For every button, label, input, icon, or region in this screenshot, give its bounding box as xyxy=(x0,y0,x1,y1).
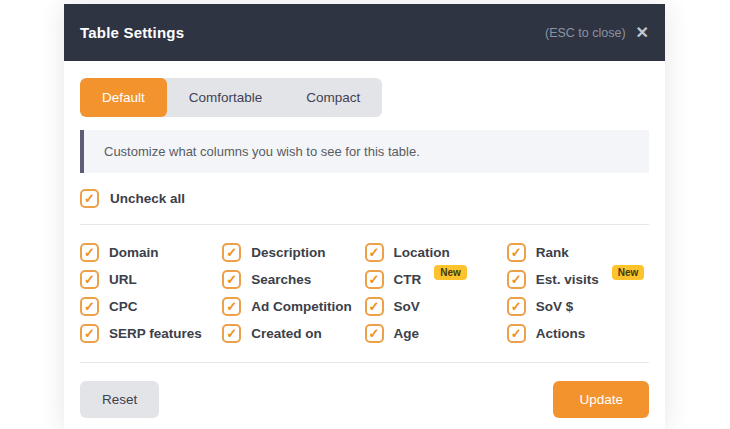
checkbox[interactable]: ✓ xyxy=(507,297,526,316)
checkbox-label: Ad Competition xyxy=(251,299,352,314)
checkbox-label: Location xyxy=(394,245,450,260)
column-checkbox-item[interactable]: ✓CTRNew xyxy=(365,269,507,289)
column-checkbox-item[interactable]: ✓Searches xyxy=(222,269,364,289)
checkmark-icon: ✓ xyxy=(226,272,237,285)
checkmark-icon: ✓ xyxy=(226,245,237,258)
checkbox-label: Age xyxy=(394,326,420,341)
checkmark-icon: ✓ xyxy=(511,245,522,258)
column-checkbox-item[interactable]: ✓CPC xyxy=(80,296,222,316)
checkbox[interactable]: ✓ xyxy=(507,270,526,289)
modal-header: Table Settings (ESC to close) ✕ xyxy=(64,4,665,61)
divider xyxy=(80,224,649,225)
column-checkbox-item[interactable]: ✓Est. visitsNew xyxy=(507,269,649,289)
reset-button[interactable]: Reset xyxy=(80,381,159,418)
uncheck-all-checkbox[interactable]: ✓ xyxy=(80,189,99,208)
checkbox[interactable]: ✓ xyxy=(222,297,241,316)
checkmark-icon: ✓ xyxy=(369,299,380,312)
column-checkbox-item[interactable]: ✓SERP features xyxy=(80,323,222,343)
uncheck-all-label: Uncheck all xyxy=(110,191,185,206)
checkmark-icon: ✓ xyxy=(84,326,95,339)
update-button[interactable]: Update xyxy=(553,381,649,418)
checkmark-icon: ✓ xyxy=(84,245,95,258)
checkmark-icon: ✓ xyxy=(511,272,522,285)
checkbox[interactable]: ✓ xyxy=(80,324,99,343)
column-checkbox-item[interactable]: ✓Rank xyxy=(507,242,649,262)
checkbox-label: SoV $ xyxy=(536,299,574,314)
checkbox[interactable]: ✓ xyxy=(507,243,526,262)
checkmark-icon: ✓ xyxy=(226,326,237,339)
column-checkbox-item[interactable]: ✓Created on xyxy=(222,323,364,343)
column-checkbox-item[interactable]: ✓Actions xyxy=(507,323,649,343)
new-badge: New xyxy=(612,265,645,280)
checkbox-label: SoV xyxy=(394,299,420,314)
checkmark-icon: ✓ xyxy=(511,326,522,339)
tab-comfortable[interactable]: Comfortable xyxy=(167,78,285,117)
column-checkbox-item[interactable]: ✓Description xyxy=(222,242,364,262)
checkbox[interactable]: ✓ xyxy=(80,270,99,289)
checkbox[interactable]: ✓ xyxy=(507,324,526,343)
checkmark-icon: ✓ xyxy=(84,192,95,205)
column-checkbox-item[interactable]: ✓SoV xyxy=(365,296,507,316)
uncheck-all-row[interactable]: ✓ Uncheck all xyxy=(80,189,649,208)
checkmark-icon: ✓ xyxy=(84,272,95,285)
checkmark-icon: ✓ xyxy=(511,299,522,312)
checkbox-label: Domain xyxy=(109,245,159,260)
table-settings-modal: Table Settings (ESC to close) ✕ DefaultC… xyxy=(64,4,665,429)
tab-compact[interactable]: Compact xyxy=(284,78,382,117)
new-badge: New xyxy=(434,265,467,280)
checkbox[interactable]: ✓ xyxy=(365,297,384,316)
modal-body: DefaultComfortableCompact Customize what… xyxy=(64,61,665,418)
columns-checkbox-grid: ✓Domain✓Description✓Location✓Rank✓URL✓Se… xyxy=(80,242,649,343)
checkbox[interactable]: ✓ xyxy=(222,270,241,289)
checkmark-icon: ✓ xyxy=(369,272,380,285)
column-checkbox-item[interactable]: ✓SoV $ xyxy=(507,296,649,316)
checkmark-icon: ✓ xyxy=(226,299,237,312)
header-right: (ESC to close) ✕ xyxy=(545,25,649,41)
checkbox[interactable]: ✓ xyxy=(80,297,99,316)
checkbox[interactable]: ✓ xyxy=(222,243,241,262)
checkbox-label: Actions xyxy=(536,326,586,341)
density-tab-group: DefaultComfortableCompact xyxy=(80,78,382,117)
checkbox[interactable]: ✓ xyxy=(365,243,384,262)
checkbox-label: Description xyxy=(251,245,325,260)
info-box: Customize what columns you wish to see f… xyxy=(80,130,649,173)
checkbox-label: Rank xyxy=(536,245,569,260)
column-checkbox-item[interactable]: ✓Age xyxy=(365,323,507,343)
close-icon[interactable]: ✕ xyxy=(636,25,649,41)
checkbox-label: URL xyxy=(109,272,137,287)
checkbox[interactable]: ✓ xyxy=(365,324,384,343)
tab-default[interactable]: Default xyxy=(80,78,167,117)
checkmark-icon: ✓ xyxy=(369,245,380,258)
checkbox[interactable]: ✓ xyxy=(222,324,241,343)
esc-hint: (ESC to close) xyxy=(545,26,626,40)
modal-title: Table Settings xyxy=(80,24,184,41)
column-checkbox-item[interactable]: ✓Domain xyxy=(80,242,222,262)
checkbox-label: CPC xyxy=(109,299,138,314)
column-checkbox-item[interactable]: ✓Ad Competition xyxy=(222,296,364,316)
column-checkbox-item[interactable]: ✓Location xyxy=(365,242,507,262)
checkbox[interactable]: ✓ xyxy=(80,243,99,262)
column-checkbox-item[interactable]: ✓URL xyxy=(80,269,222,289)
checkbox-label: Created on xyxy=(251,326,322,341)
checkbox-label: Est. visits xyxy=(536,272,599,287)
checkmark-icon: ✓ xyxy=(84,299,95,312)
modal-footer: Reset Update xyxy=(80,381,649,418)
checkmark-icon: ✓ xyxy=(369,326,380,339)
checkbox-label: CTR xyxy=(394,272,422,287)
checkbox-label: Searches xyxy=(251,272,311,287)
checkbox-label: SERP features xyxy=(109,326,202,341)
checkbox[interactable]: ✓ xyxy=(365,270,384,289)
divider xyxy=(80,362,649,363)
